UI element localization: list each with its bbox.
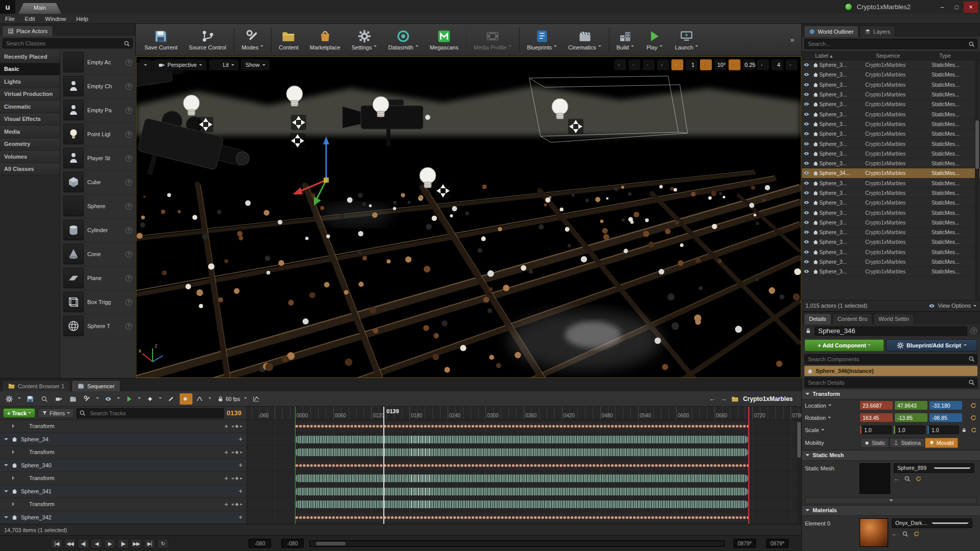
add-section-button[interactable]: + <box>238 513 242 521</box>
filters-button[interactable]: Filters <box>38 408 74 418</box>
visibility-eye-icon[interactable] <box>803 82 810 88</box>
place-actors-tab[interactable]: Place Actors <box>2 26 53 36</box>
loop-button[interactable]: ↻ <box>157 539 168 548</box>
rotation-x-field[interactable]: 163.45 <box>860 413 893 422</box>
save-sequence[interactable] <box>24 393 37 405</box>
visibility-eye-icon[interactable] <box>803 268 810 274</box>
outliner-actor-row[interactable]: Sphere_3... Crypto1xMarbles StaticMes... <box>802 228 980 237</box>
material-dropdown[interactable]: Onyx_Dark_Marble_tgzn <box>892 518 972 528</box>
lanes-scrollbar[interactable] <box>797 420 801 524</box>
visibility-eye-icon[interactable] <box>803 170 810 176</box>
category-item[interactable]: Cinematic <box>0 101 60 113</box>
outliner-actor-row[interactable]: Sphere_3... Crypto1xMarbles StaticMes... <box>802 129 980 139</box>
visibility-eye-icon[interactable] <box>803 121 810 127</box>
rotation-label[interactable]: Rotation <box>805 415 858 421</box>
move-gizmo-icon[interactable] <box>435 183 451 198</box>
placeable-actor-item[interactable]: Empty Ac ? <box>60 51 135 74</box>
move-gizmo-icon[interactable] <box>198 117 213 132</box>
scale-snap-value[interactable]: 0.25 <box>743 59 755 70</box>
toolbar-button[interactable]: Launch <box>669 27 704 53</box>
menu-item[interactable]: Help <box>71 16 93 22</box>
keyframe-band[interactable] <box>295 436 748 443</box>
help-icon[interactable]: ? <box>126 227 132 234</box>
add-track-button[interactable]: +Track <box>3 408 35 418</box>
column-sequence[interactable]: Sequence <box>876 53 939 59</box>
details-tab[interactable]: Content Bro <box>832 313 873 324</box>
toolbar-button[interactable]: Save Current <box>139 27 183 53</box>
track-lane[interactable] <box>247 446 801 459</box>
play-reverse-button[interactable]: ◀ <box>91 539 102 548</box>
placeable-actor-item[interactable]: Empty Ch ? <box>60 74 135 98</box>
track-lane[interactable] <box>247 459 801 472</box>
add-key-button[interactable]: ◆ <box>235 475 239 481</box>
outliner-actor-row[interactable]: Sphere_3... Crypto1xMarbles StaticMes... <box>802 198 980 208</box>
track-lane[interactable] <box>247 485 801 498</box>
category-item[interactable]: Volumes <box>0 151 60 163</box>
menu-item[interactable]: Edit <box>20 16 40 22</box>
find-in-content-browser[interactable] <box>39 393 52 405</box>
add-section-button[interactable]: + <box>238 461 242 469</box>
category-item[interactable]: Recently Placed <box>0 51 60 63</box>
reset-to-default-icon[interactable] <box>970 402 977 409</box>
actor-name-field[interactable] <box>815 327 967 336</box>
next-key-button[interactable]: ▶▶ <box>131 539 142 548</box>
camera-speed[interactable] <box>757 59 769 70</box>
current-frame-display[interactable]: 0139 <box>227 409 243 417</box>
search-details-input[interactable] <box>805 380 968 386</box>
step-forward-button[interactable]: |▶ <box>117 539 129 548</box>
jump-to-end-button[interactable]: ▶| <box>144 539 155 548</box>
keyframe-band[interactable] <box>295 448 748 456</box>
grid-snap-toggle[interactable] <box>671 59 683 70</box>
details-tab[interactable]: Details <box>804 313 831 324</box>
scale-x-field[interactable]: 1.0 <box>860 425 892 434</box>
add-section-button[interactable]: + <box>224 500 228 508</box>
placeable-actor-item[interactable]: Sphere ? <box>60 194 135 218</box>
outliner-tab[interactable]: Layers <box>860 26 895 37</box>
add-section-button[interactable]: + <box>224 448 228 456</box>
outliner-actor-row[interactable]: Sphere_3... Crypto1xMarbles StaticMes... <box>802 60 980 70</box>
visibility-eye-icon[interactable] <box>803 91 810 97</box>
placeable-actor-item[interactable]: Point Ligl ? <box>60 122 135 146</box>
placeable-actor-item[interactable]: Player St ? <box>60 146 135 170</box>
toolbar-button[interactable]: Megascans <box>424 27 464 53</box>
keyframe-band[interactable] <box>295 462 748 469</box>
help-icon[interactable]: ? <box>126 299 132 306</box>
sequencer-track-row[interactable]: Sphere_34 + ◂ ◆ ▸ <box>0 433 247 446</box>
add-section-button[interactable]: + <box>238 487 242 495</box>
outliner-actor-row[interactable]: Sphere_3... Crypto1xMarbles StaticMes... <box>802 139 980 148</box>
menu-item[interactable]: File <box>0 16 20 22</box>
reset-icon[interactable] <box>915 475 922 482</box>
range-start-field[interactable]: -080 <box>249 539 271 548</box>
view-start-field[interactable]: -080 <box>281 539 304 548</box>
reset-to-default-icon[interactable] <box>970 427 977 434</box>
timeline-lanes[interactable] <box>247 420 801 524</box>
column-type[interactable]: Type <box>939 53 980 59</box>
visibility-eye-icon[interactable] <box>803 131 810 137</box>
rotation-y-field[interactable]: -13.85 <box>895 413 927 422</box>
toolbar-button[interactable]: Media Profile <box>466 27 517 53</box>
outliner-actor-row[interactable]: Sphere_3... Crypto1xMarbles StaticMes... <box>802 109 980 119</box>
visibility-eye-icon[interactable] <box>803 71 810 78</box>
rotation-snap-value[interactable]: 10° <box>714 59 726 70</box>
static-mesh-thumbnail[interactable] <box>860 463 890 494</box>
location-z-field[interactable]: -33.180 <box>929 401 962 410</box>
prev-key-button[interactable]: ◂ <box>231 449 234 455</box>
curve-channels[interactable] <box>194 393 213 405</box>
prev-key-button[interactable]: ◂ <box>231 475 234 481</box>
placeable-actor-item[interactable]: Sphere T ? <box>60 314 135 338</box>
add-section-button[interactable]: + <box>224 474 228 482</box>
unreal-logo-icon[interactable]: u <box>0 0 15 14</box>
outliner-actor-row[interactable]: Sphere_3... Crypto1xMarbles StaticMes... <box>802 257 980 267</box>
back-arrow-button[interactable]: ← <box>709 395 716 403</box>
keyframe-band[interactable] <box>295 488 748 495</box>
sequencer-track-row[interactable]: Sphere_341 + ◂ ◆ ▸ <box>0 485 247 498</box>
placeable-actor-item[interactable]: Cone ? <box>60 242 135 266</box>
scale-y-field[interactable]: 1.0 <box>894 425 925 434</box>
minimize-button[interactable]: – <box>935 2 949 13</box>
keyframe-band[interactable] <box>295 422 748 430</box>
track-lane[interactable] <box>247 472 801 485</box>
mobility-option-button[interactable]: Movabl <box>925 438 958 448</box>
toolbar-button[interactable]: Build <box>609 27 640 53</box>
location-label[interactable]: Location <box>805 403 858 409</box>
toolbar-button[interactable]: Marketplace <box>304 27 346 53</box>
